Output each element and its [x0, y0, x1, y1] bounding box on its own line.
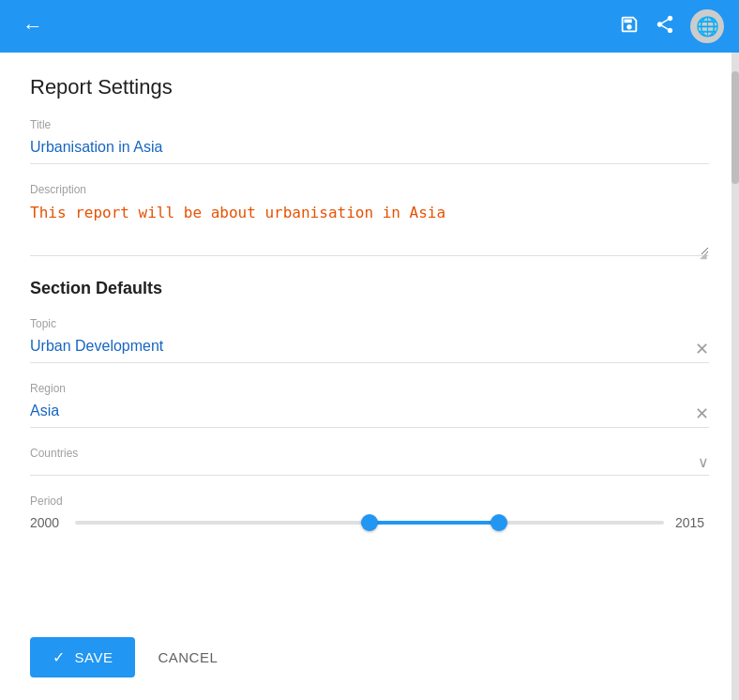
region-value: Asia — [30, 403, 59, 419]
save-label: SAVE — [75, 649, 113, 665]
period-slider-track[interactable] — [75, 521, 664, 525]
scrollbar-area[interactable] — [731, 53, 739, 700]
topic-field-wrapper: Topic Urban Development ✕ — [30, 317, 709, 363]
countries-select[interactable] — [30, 464, 709, 476]
app-window: ← 🌐 Report Settings Title — [0, 0, 739, 700]
period-end-label: 2015 — [675, 515, 709, 530]
scrollbar-thumb[interactable] — [731, 71, 739, 184]
slider-fill — [370, 521, 499, 525]
topic-label: Topic — [30, 317, 709, 330]
region-clear-icon[interactable]: ✕ — [695, 405, 709, 422]
page-title: Report Settings — [30, 75, 709, 99]
toolbar: ← 🌐 — [0, 0, 739, 53]
period-label: Period — [30, 495, 709, 508]
save-button[interactable]: ✓ SAVE — [30, 637, 135, 677]
main-content: Report Settings Title Description ◢ Sect… — [0, 53, 739, 622]
cancel-button[interactable]: CANCEL — [135, 638, 240, 677]
countries-chevron-icon[interactable]: ∨ — [698, 455, 709, 470]
save-check-icon: ✓ — [53, 648, 66, 666]
toolbar-left: ← — [15, 12, 51, 40]
resize-handle-icon[interactable]: ◢ — [698, 249, 709, 260]
save-icon[interactable] — [619, 14, 640, 39]
period-wrapper: Period 2000 2015 — [30, 495, 709, 530]
slider-thumb-left[interactable] — [361, 514, 378, 531]
share-icon[interactable] — [655, 14, 675, 39]
title-field-wrapper: Title — [30, 118, 709, 164]
description-label: Description — [30, 183, 709, 196]
footer: ✓ SAVE CANCEL — [0, 622, 739, 700]
slider-thumb-right[interactable] — [490, 514, 507, 531]
section-defaults-heading: Section Defaults — [30, 279, 709, 298]
avatar[interactable]: 🌐 — [690, 9, 724, 43]
description-field-wrapper: Description ◢ — [30, 183, 709, 260]
title-input[interactable] — [30, 135, 709, 164]
countries-field-wrapper: Countries ∨ — [30, 447, 709, 476]
toolbar-right: 🌐 — [619, 9, 724, 43]
region-label: Region — [30, 382, 709, 395]
region-select[interactable]: Asia — [30, 399, 709, 428]
description-input[interactable] — [30, 200, 709, 256]
topic-select[interactable]: Urban Development — [30, 334, 709, 363]
slider-container: 2000 2015 — [30, 515, 709, 530]
topic-clear-icon[interactable]: ✕ — [695, 341, 709, 358]
period-start-label: 2000 — [30, 515, 64, 530]
back-button[interactable]: ← — [15, 12, 51, 40]
title-label: Title — [30, 118, 709, 131]
countries-label: Countries — [30, 447, 709, 460]
topic-value: Urban Development — [30, 338, 163, 355]
region-field-wrapper: Region Asia ✕ — [30, 382, 709, 428]
